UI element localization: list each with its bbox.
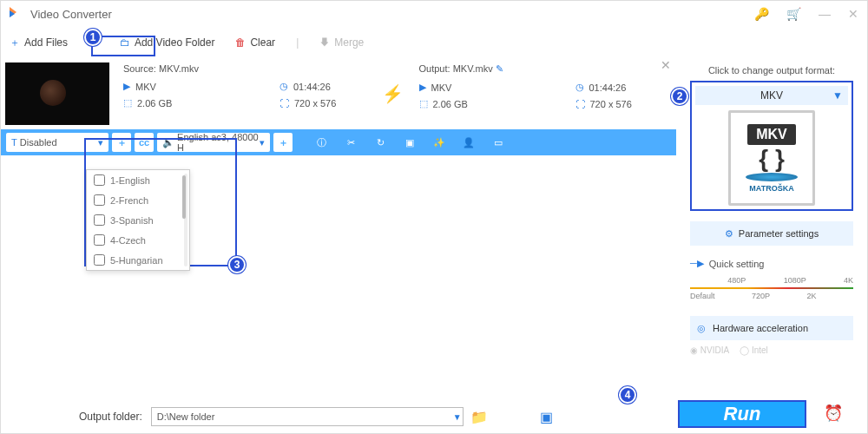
add-folder-button[interactable]: 🗀 Add Video Folder: [120, 36, 215, 49]
file-row[interactable]: Source: MKV.mkv ▶MKV ◷01:44:26 ⬚2.06 GB …: [1, 58, 676, 129]
edit-icon[interactable]: ✎: [496, 63, 503, 74]
cc-button[interactable]: cc: [135, 133, 154, 152]
format-value: MKV: [760, 89, 783, 102]
caret-icon[interactable]: ▼: [453, 412, 462, 422]
intel-icon: ◯ Intel: [740, 345, 768, 355]
clock-icon: ◷: [279, 81, 288, 92]
subtitle-option[interactable]: 4-Czech: [87, 230, 189, 250]
rotate-icon[interactable]: ↻: [367, 129, 393, 155]
browse-folder-icon[interactable]: 📁: [470, 409, 488, 425]
add-audio-button[interactable]: ＋: [273, 133, 293, 152]
audio-track-select[interactable]: 🔈 English ac3, 48000 H▾: [157, 133, 270, 152]
quality-slider[interactable]: 480P1080P4K Default720P2K: [690, 276, 853, 307]
marker-3: 3: [228, 256, 246, 273]
scrollbar[interactable]: [184, 174, 187, 266]
add-folder-label: Add Video Folder: [135, 36, 215, 49]
watermark-icon[interactable]: 👤: [456, 129, 482, 155]
settings-icon: ⚙: [725, 228, 733, 240]
checkbox[interactable]: [94, 214, 105, 226]
run-label: Run: [724, 403, 761, 425]
marker-1: 1: [84, 29, 102, 46]
clear-label: Clear: [250, 36, 275, 49]
caret-icon: ▼: [832, 89, 843, 102]
thumbnail[interactable]: [5, 62, 109, 125]
source-label: Source:: [123, 63, 156, 74]
toolbar: ＋ Add Files ▼ 🗀 Add Video Folder 🗑 Clear…: [1, 27, 867, 58]
mkv-brand: MATROŠKA: [749, 184, 793, 193]
subtitle-option[interactable]: 5-Hungarian: [87, 250, 189, 270]
right-panel: Click to change output format: MKV▼ MKV …: [676, 58, 867, 398]
merge-button[interactable]: 🡇 Merge: [319, 36, 364, 49]
merge-icon: 🡇: [319, 36, 330, 49]
app-title: Video Converter: [30, 8, 112, 21]
mkv-logo[interactable]: MKV { } MATROŠKA: [728, 110, 815, 206]
schedule-icon[interactable]: ⏰: [824, 404, 843, 423]
minimize-icon[interactable]: —: [819, 7, 831, 21]
hardware-accel-button[interactable]: ◎Hardware acceleration: [690, 316, 853, 340]
edit-subbar: T Disabled▾ ＋ cc 🔈 English ac3, 48000 H▾…: [1, 129, 676, 155]
add-files-label: Add Files: [24, 36, 68, 49]
titlebar: Video Converter 🔑 🛒 — ✕: [1, 1, 867, 27]
size-icon: ⬚: [123, 97, 132, 108]
format-box: MKV▼ MKV { } MATROŠKA: [690, 81, 853, 211]
output-folder-label: Output folder:: [79, 411, 142, 423]
clear-button[interactable]: 🗑 Clear: [235, 36, 275, 49]
info-icon[interactable]: ⓘ: [308, 129, 334, 155]
format-hint: Click to change output format:: [690, 65, 853, 76]
src-format: MKV: [135, 82, 156, 92]
add-text-button[interactable]: ＋: [112, 133, 131, 152]
text-icon: T: [11, 137, 17, 148]
parameter-settings-button[interactable]: ⚙Parameter settings: [690, 221, 853, 246]
mkv-label: MKV: [747, 124, 796, 145]
chip-icon: ◎: [697, 323, 706, 334]
subtitle-option[interactable]: 2-French: [87, 190, 189, 210]
close-icon[interactable]: ✕: [848, 7, 858, 21]
add-files-button[interactable]: ＋ Add Files: [10, 36, 68, 50]
arrow-icon: ─▶: [690, 258, 704, 269]
marker-2: 2: [671, 88, 688, 105]
folder-icon: 🗀: [120, 36, 130, 49]
src-size: 2.06 GB: [137, 98, 172, 108]
text-track-select[interactable]: T Disabled▾: [6, 133, 108, 152]
size-icon: ⬚: [419, 98, 428, 109]
quick-label: Quick setting: [709, 259, 765, 269]
checkbox[interactable]: [94, 174, 105, 186]
subtitle-icon[interactable]: ▭: [485, 129, 511, 155]
hw-label: Hardware acceleration: [713, 323, 808, 333]
cart-icon[interactable]: 🛒: [786, 7, 801, 21]
param-label: Parameter settings: [739, 228, 819, 239]
effects-icon[interactable]: ✨: [426, 129, 452, 155]
checkbox[interactable]: [94, 194, 105, 206]
clock-icon: ◷: [575, 82, 584, 93]
run-button[interactable]: Run: [678, 400, 806, 428]
plus-icon: ＋: [10, 36, 20, 50]
merge-label: Merge: [334, 36, 364, 49]
crop-icon[interactable]: ▣: [397, 129, 423, 155]
res-icon: ⛶: [279, 98, 289, 108]
subtitle-option[interactable]: 1-English: [87, 170, 189, 190]
checkbox[interactable]: [94, 254, 105, 266]
text-value: Disabled: [20, 137, 57, 148]
output-folder-input[interactable]: [151, 407, 464, 426]
output-name: MKV.mkv: [453, 63, 493, 74]
output-label: Output:: [419, 63, 450, 74]
key-icon[interactable]: 🔑: [754, 7, 769, 21]
source-name: MKV.mkv: [159, 63, 199, 74]
res-icon: ⛶: [575, 99, 585, 109]
caret-icon: ▾: [98, 137, 103, 148]
oval-icon: [746, 173, 798, 181]
open-folder-icon[interactable]: ▣: [540, 409, 553, 425]
out-format: MKV: [431, 82, 452, 93]
audio-value: English ac3, 48000 H: [177, 132, 260, 153]
out-duration: 01:44:26: [589, 82, 627, 93]
format-icon: ▶: [123, 81, 130, 92]
out-res: 720 x 576: [590, 99, 632, 109]
subtitle-dropdown[interactable]: 1-English 2-French 3-Spanish 4-Czech 5-H…: [86, 169, 190, 271]
checkbox[interactable]: [94, 234, 105, 246]
subtitle-option[interactable]: 3-Spanish: [87, 210, 189, 230]
out-size: 2.06 GB: [433, 99, 468, 109]
cut-icon[interactable]: ✂: [338, 129, 364, 155]
braces-icon: { }: [759, 147, 785, 171]
divider: |: [296, 36, 299, 49]
format-select[interactable]: MKV▼: [695, 86, 848, 105]
